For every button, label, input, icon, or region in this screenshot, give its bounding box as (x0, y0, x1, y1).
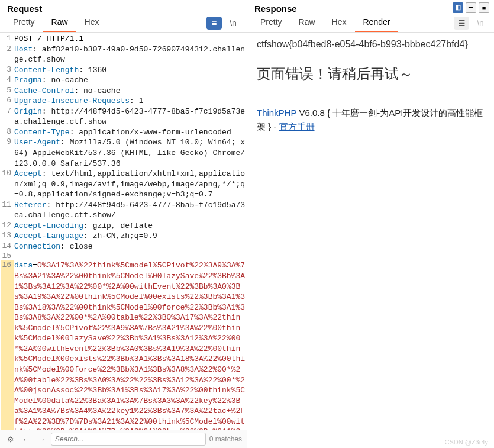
line-number: 3 (1, 65, 14, 76)
line-number: 7 (1, 107, 14, 127)
code-line: 15 (1, 252, 246, 260)
line-text[interactable]: Accept: text/html,application/xhtml+xml,… (14, 169, 246, 200)
line-number: 11 (1, 200, 14, 221)
line-number: 5 (1, 86, 14, 96)
tab-hex-resp[interactable]: Hex (324, 14, 355, 32)
back-icon[interactable]: ← (20, 433, 32, 445)
line-text[interactable]: Content-Type: application/x-www-form-url… (14, 127, 246, 138)
code-line: 7Origin: http://448f94d5-6423-4777-8ba5-… (1, 107, 246, 127)
code-line: 14Connection: close (1, 241, 246, 252)
code-line: 4Pragma: no-cache (1, 75, 246, 86)
code-line: 3Content-Length: 1360 (1, 65, 246, 76)
code-line: 16data=O%3A17%3A%22think%5Cmodel%5CPivot… (1, 260, 246, 447)
request-editor[interactable]: 1POST / HTTP/1.12Host: abf82e10-b307-49a… (0, 33, 247, 448)
line-number: 10 (1, 169, 14, 200)
line-text[interactable] (14, 252, 246, 260)
line-text[interactable]: Connection: close (14, 241, 246, 252)
line-text[interactable]: Referer: http://448f94d5-6423-4777-8ba5-… (14, 200, 246, 221)
view-split-vertical-icon[interactable]: ◧ (453, 2, 463, 13)
tab-pretty[interactable]: Pretty (5, 14, 43, 32)
divider (257, 98, 485, 98)
match-count: 0 matches (209, 435, 242, 443)
view-controls: ◧ ☰ ■ (453, 2, 489, 13)
tab-pretty-resp[interactable]: Pretty (252, 14, 290, 32)
line-text[interactable]: Host: abf82e10-b307-49a0-9d50-7269074943… (14, 44, 246, 65)
view-split-horizontal-icon[interactable]: ☰ (466, 2, 476, 13)
newline-toggle-icon[interactable]: \n (227, 17, 240, 30)
forward-icon[interactable]: → (35, 433, 47, 445)
code-line: 9User-Agent: Mozilla/5.0 (Windows NT 10.… (1, 137, 246, 169)
code-line: 6Upgrade-Insecure-Requests: 1 (1, 96, 246, 107)
line-text[interactable]: Pragma: no-cache (14, 75, 246, 86)
line-number: 16 (1, 260, 14, 447)
request-footer: ⚙ ← → 0 matches (0, 430, 247, 448)
line-number: 14 (1, 241, 14, 252)
manual-link[interactable]: 官方手册 (279, 121, 315, 131)
line-text[interactable]: User-Agent: Mozilla/5.0 (Windows NT 10.0… (14, 137, 246, 169)
line-number: 4 (1, 75, 14, 86)
line-number: 1 (1, 34, 14, 44)
code-line: 8Content-Type: application/x-www-form-ur… (1, 127, 246, 138)
code-line: 1POST / HTTP/1.1 (1, 34, 246, 44)
watermark: CSDN @Z3r4y (444, 439, 488, 446)
line-number: 6 (1, 96, 14, 107)
line-number: 15 (1, 252, 14, 260)
request-title: Request (5, 1, 44, 14)
response-render-area: ctfshow{b04fbed8-e054-4bf6-b993-bbbec427… (247, 33, 494, 448)
code-line: 11Referer: http://448f94d5-6423-4777-8ba… (1, 200, 246, 221)
line-number: 8 (1, 127, 14, 138)
newline-toggle-icon-resp[interactable]: \n (474, 17, 487, 30)
error-heading: 页面错误！请稍后再试～ (257, 63, 485, 85)
line-text[interactable]: Content-Length: 1360 (14, 65, 246, 76)
line-text[interactable]: Origin: http://448f94d5-6423-4777-8ba5-f… (14, 107, 246, 127)
line-number: 2 (1, 44, 14, 65)
line-number: 12 (1, 221, 14, 231)
line-text[interactable]: Accept-Encoding: gzip, deflate (14, 221, 246, 231)
settings-icon[interactable]: ⚙ (5, 433, 17, 445)
line-number: 9 (1, 137, 14, 169)
tab-raw[interactable]: Raw (43, 14, 76, 32)
response-tabbar: Pretty Raw Hex Render ☰ \n (247, 14, 494, 33)
code-line: 5Cache-Control: no-cache (1, 86, 246, 96)
thinkphp-link[interactable]: ThinkPHP (257, 108, 296, 118)
line-text[interactable]: Cache-Control: no-cache (14, 86, 246, 96)
line-text[interactable]: POST / HTTP/1.1 (14, 34, 246, 44)
request-actions-icon[interactable]: ≡ (206, 17, 222, 30)
tab-raw-resp[interactable]: Raw (290, 14, 324, 32)
code-line: 10Accept: text/html,application/xhtml+xm… (1, 169, 246, 200)
line-text[interactable]: Upgrade-Insecure-Requests: 1 (14, 96, 246, 107)
ctfshow-flag: ctfshow{b04fbed8-e054-4bf6-b993-bbbec427… (257, 37, 485, 51)
code-line: 12Accept-Encoding: gzip, deflate (1, 221, 246, 231)
search-input[interactable] (51, 433, 206, 446)
code-line: 2Host: abf82e10-b307-49a0-9d50-726907494… (1, 44, 246, 65)
request-pane: Request Pretty Raw Hex ≡ \n 1POST / HTTP… (0, 0, 247, 448)
request-tabbar: Pretty Raw Hex ≡ \n (0, 14, 247, 33)
response-pane: Response ◧ ☰ ■ Pretty Raw Hex Render ☰ \… (247, 0, 494, 448)
response-title: Response (252, 1, 299, 14)
response-actions-icon[interactable]: ☰ (454, 17, 469, 30)
tab-render-resp[interactable]: Render (355, 14, 399, 32)
line-text[interactable]: Accept-Language: zh-CN,zh;q=0.9 (14, 231, 246, 241)
line-text[interactable]: data=O%3A17%3A%22think%5Cmodel%5CPivot%2… (14, 260, 246, 447)
code-line: 13Accept-Language: zh-CN,zh;q=0.9 (1, 231, 246, 241)
tab-hex[interactable]: Hex (76, 14, 108, 32)
framework-line: ThinkPHP V6.0.8 { 十年磨一剑-为API开发设计的高性能框架 }… (257, 107, 485, 133)
view-maximize-icon[interactable]: ■ (479, 2, 489, 13)
line-number: 13 (1, 231, 14, 241)
